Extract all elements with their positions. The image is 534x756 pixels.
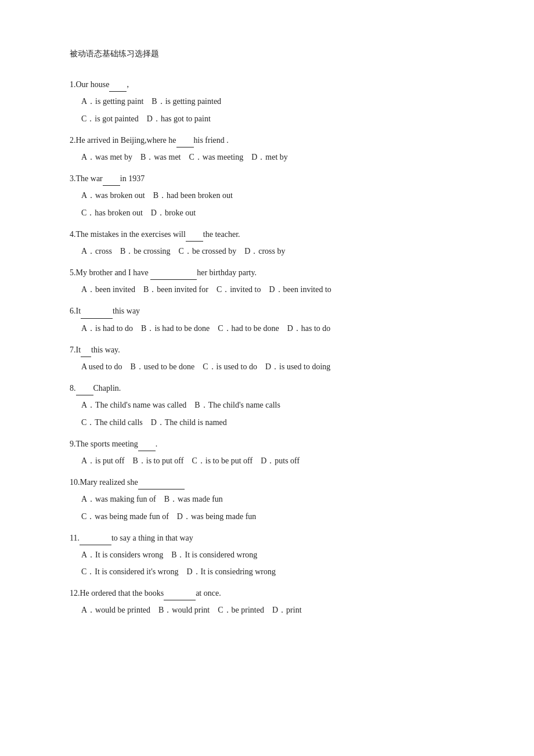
q8-stem: 8.Chaplin. xyxy=(70,381,464,395)
question-11: 11.to say a thing in that way A．It is co… xyxy=(70,531,464,579)
q11-stem-after: to say a thing in that way xyxy=(111,534,193,542)
q1-options-2: C．is got painted D．has got to paint xyxy=(81,111,464,126)
question-10: 10.Mary realized she A．was making fun of… xyxy=(70,475,464,524)
question-4: 4.The mistakes in the exercises willthe … xyxy=(70,227,464,258)
q12-stem-after: at once. xyxy=(196,589,221,597)
q3-options-1: A．was broken out B．had been broken out xyxy=(81,188,464,203)
q1-stem-after: , xyxy=(127,80,129,89)
q1-stem: 1.Our house, xyxy=(70,77,464,92)
q6-stem: 6.Itthis way xyxy=(70,304,464,318)
questions-container: 1.Our house, A．is getting paint B．is get… xyxy=(70,77,464,617)
question-8: 8.Chaplin. A．The child's name was called… xyxy=(70,381,464,430)
q8-options-2: C．The child calls D．The child is named xyxy=(81,415,464,430)
q10-stem: 10.Mary realized she xyxy=(70,475,464,489)
q9-options-1: A．is put off B．is to put off C．is to be … xyxy=(81,453,464,468)
q6-blank xyxy=(81,318,113,319)
q2-stem: 2.He arrived in Beijing,where hehis frie… xyxy=(70,133,464,147)
q4-blank xyxy=(186,241,203,242)
question-5: 5.My brother and I have her birthday par… xyxy=(70,265,464,297)
q5-stem: 5.My brother and I have her birthday par… xyxy=(70,265,464,280)
q8-blank xyxy=(76,395,93,395)
page-title: 被动语态基础练习选择题 xyxy=(70,46,464,61)
q5-stem-text: 5.My brother and I have xyxy=(70,268,150,277)
q10-stem-text: 10.Mary realized she xyxy=(70,478,138,487)
q2-blank xyxy=(176,147,194,147)
q4-stem: 4.The mistakes in the exercises willthe … xyxy=(70,227,464,242)
q8-options-1: A．The child's name was called B．The chil… xyxy=(81,398,464,412)
q3-options-2: C．has broken out D．broke out xyxy=(81,206,464,220)
q1-stem-text: 1.Our house xyxy=(70,80,109,89)
q11-stem-text: 11. xyxy=(70,534,80,542)
q1-blank xyxy=(109,91,127,92)
q9-stem-after: . xyxy=(156,440,158,448)
question-2: 2.He arrived in Beijing,where hehis frie… xyxy=(70,133,464,164)
q12-blank xyxy=(164,600,196,600)
q10-options-2: C．was being made fun of D．was being made… xyxy=(81,509,464,524)
q12-stem: 12.He ordered that the booksat once. xyxy=(70,586,464,600)
q9-stem-text: 9.The sports meeting xyxy=(70,440,138,448)
q5-blank xyxy=(150,279,197,280)
q7-stem: 7.Itthis way. xyxy=(70,343,464,357)
question-3: 3.The warin 1937 A．was broken out B．had … xyxy=(70,171,464,220)
q7-options-1: A used to do B．used to be done C．is used… xyxy=(81,359,464,374)
q4-stem-text: 4.The mistakes in the exercises will xyxy=(70,230,186,239)
question-6: 6.Itthis way A．is had to do B．is had to … xyxy=(70,304,464,335)
question-9: 9.The sports meeting. A．is put off B．is … xyxy=(70,437,464,468)
q5-stem-after: her birthday party. xyxy=(197,268,257,277)
q3-stem: 3.The warin 1937 xyxy=(70,171,464,186)
q3-stem-text: 3.The war xyxy=(70,174,103,183)
q10-blank xyxy=(138,489,185,489)
q7-stem-text: 7.It xyxy=(70,345,81,354)
q6-stem-after: this way xyxy=(113,307,140,315)
q3-stem-after: in 1937 xyxy=(120,174,145,183)
q2-options-1: A．was met by B．was met C．was meeting D．m… xyxy=(81,150,464,164)
question-12: 12.He ordered that the booksat once. A．w… xyxy=(70,586,464,617)
q12-stem-text: 12.He ordered that the books xyxy=(70,589,164,597)
q11-stem: 11.to say a thing in that way xyxy=(70,531,464,545)
q8-stem-text: 8. xyxy=(70,384,76,393)
q4-options-1: A．cross B．be crossing C．be crossed by D．… xyxy=(81,244,464,258)
q10-options-1: A．was making fun of B．was made fun xyxy=(81,492,464,506)
q11-options-1: A．It is considers wrong B．It is consider… xyxy=(81,548,464,562)
q6-stem-text: 6.It xyxy=(70,307,81,315)
question-1: 1.Our house, A．is getting paint B．is get… xyxy=(70,77,464,126)
q9-blank xyxy=(138,451,156,451)
q1-options-1: A．is getting paint B．is getting painted xyxy=(81,94,464,109)
q11-blank xyxy=(80,545,111,545)
q5-options-1: A．been invited B．been invited for C．invi… xyxy=(81,282,464,297)
q12-options-1: A．would be printed B．would print C．be pr… xyxy=(81,603,464,617)
q6-options-1: A．is had to do B．is had to be done C．had… xyxy=(81,321,464,336)
q3-blank xyxy=(103,185,120,186)
q7-blank xyxy=(81,357,91,357)
q7-stem-after: this way. xyxy=(91,345,120,354)
q9-stem: 9.The sports meeting. xyxy=(70,437,464,451)
q2-stem-after: his friend . xyxy=(194,136,229,145)
q4-stem-after: the teacher. xyxy=(203,230,240,239)
q8-stem-after: Chaplin. xyxy=(93,384,121,393)
q2-stem-text: 2.He arrived in Beijing,where he xyxy=(70,136,176,145)
q11-options-2: C．It is considered it's wrong D．It is co… xyxy=(81,564,464,579)
question-7: 7.Itthis way. A used to do B．used to be … xyxy=(70,343,464,374)
